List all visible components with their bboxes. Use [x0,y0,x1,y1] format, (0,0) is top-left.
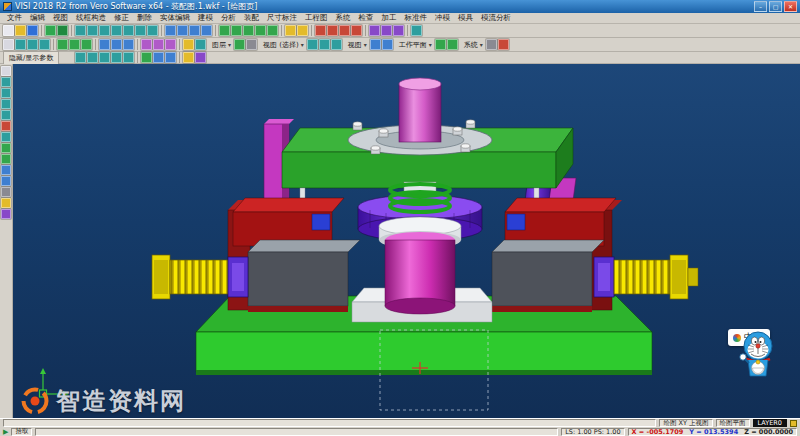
minimize-button[interactable]: – [754,1,767,12]
front-view-icon[interactable] [331,39,342,50]
spline-icon[interactable] [147,25,158,36]
view-select-group[interactable]: 视图 (选择)▾ [263,40,306,50]
pan-icon[interactable] [339,25,350,36]
iso-view-icon[interactable] [307,39,318,50]
menu-item[interactable]: 模具 [454,13,477,23]
section-view-icon[interactable] [111,39,122,50]
settings-icon[interactable] [486,39,497,50]
line-icon[interactable] [87,25,98,36]
view-back-icon[interactable] [123,52,134,63]
attribute-panel-icon[interactable] [1,110,11,120]
sweep-icon[interactable] [243,25,254,36]
extrude-icon[interactable] [219,25,230,36]
refresh-view-icon[interactable] [141,52,152,63]
menu-item[interactable]: 实体编辑 [156,13,194,23]
die-holder-right[interactable] [505,198,616,246]
menu-item[interactable]: 视图 [49,13,72,23]
color-panel-icon[interactable] [1,121,11,131]
macro-icon[interactable] [498,39,509,50]
view-right-icon[interactable] [111,52,122,63]
help-icon[interactable] [411,25,422,36]
menu-item[interactable]: 建模 [194,13,217,23]
mirror-icon[interactable] [153,39,164,50]
die-holder-left[interactable] [233,198,344,246]
quick-pick-icon[interactable] [1,77,11,87]
menu-item[interactable]: 检查 [355,13,378,23]
system-group[interactable]: 系统▾ [464,40,485,50]
menu-item[interactable]: 编辑 [26,13,49,23]
measure-icon[interactable] [285,25,296,36]
menu-item[interactable]: 尺寸标注 [263,13,301,23]
menu-item[interactable]: 文件 [3,13,26,23]
explode-view-icon[interactable] [123,39,134,50]
point-icon[interactable] [75,25,86,36]
help-panel-icon[interactable] [1,209,11,219]
menu-item[interactable]: 线框构造 [72,13,110,23]
linetype-icon[interactable] [1,132,11,142]
workplane-3p-icon[interactable] [447,39,458,50]
redo-icon[interactable] [57,25,68,36]
die-block-left[interactable] [248,240,360,312]
open-file-icon[interactable] [15,25,26,36]
layer-color-swatch[interactable] [790,420,797,427]
workplane-xy-icon[interactable] [435,39,446,50]
boolean-icon[interactable] [255,25,266,36]
wcs-icon[interactable] [57,39,68,50]
layer-off-icon[interactable] [246,39,257,50]
close-button[interactable]: ✕ [784,1,797,12]
layer-group[interactable]: 图层▾ [212,40,233,50]
select-arrow-icon[interactable] [1,66,11,76]
top-view-icon[interactable] [319,39,330,50]
wireframe-mode-icon[interactable] [381,25,392,36]
attributes-icon[interactable] [39,39,50,50]
spring-rod-right[interactable] [594,255,698,299]
background-icon[interactable] [195,52,206,63]
snap-icon[interactable] [69,39,80,50]
interference-check-icon[interactable] [183,39,194,50]
workplane-group[interactable]: 工作平面▾ [399,40,434,50]
run-icon[interactable]: ▶ [3,428,8,436]
mode-indicator[interactable]: 拾取 [11,428,32,436]
menu-item[interactable]: 分析 [217,13,240,23]
layer-panel-icon[interactable] [1,99,11,109]
menu-item[interactable]: 删除 [133,13,156,23]
assembly-tree-icon[interactable] [195,39,206,50]
pattern-icon[interactable] [165,39,176,50]
arc-icon[interactable] [99,25,110,36]
undo-icon[interactable] [45,25,56,36]
zoom-fit-icon[interactable] [315,25,326,36]
save-icon[interactable] [27,25,38,36]
circle-icon[interactable] [111,25,122,36]
shaded-mode-icon[interactable] [369,25,380,36]
punch-cylinder[interactable] [379,217,461,314]
maximize-button[interactable]: ▢ [769,1,782,12]
view-indicator[interactable]: 绘图 XY 上视图 [659,419,712,427]
transform-icon[interactable] [141,39,152,50]
next-view-icon[interactable] [165,52,176,63]
view-iso-icon[interactable] [75,52,86,63]
view-top-icon[interactable] [87,52,98,63]
snap-toggle-icon[interactable] [1,176,11,186]
punch-shank[interactable] [399,78,441,142]
dynamic-rotate-icon[interactable] [99,39,110,50]
rectangle-icon[interactable] [123,25,134,36]
view-manager-icon[interactable] [1,165,11,175]
menu-item[interactable]: 模流分析 [477,13,515,23]
menu-item[interactable]: 装配 [240,13,263,23]
graphics-viewport[interactable]: 智造资料网 中 [13,64,800,418]
die-block-right[interactable] [492,240,604,312]
group-icon[interactable] [1,143,11,153]
menu-item[interactable]: 修正 [110,13,133,23]
info-icon[interactable] [1,198,11,208]
mask-icon[interactable] [27,39,38,50]
selection-filter-icon[interactable] [15,39,26,50]
shell-icon[interactable] [267,25,278,36]
extend-icon[interactable] [177,25,188,36]
chamfer-icon[interactable] [201,25,212,36]
ucs-icon[interactable] [1,154,11,164]
select-icon[interactable] [3,39,14,50]
previous-view-icon[interactable] [153,52,164,63]
menu-item[interactable]: 系统 [332,13,355,23]
workplane-indicator[interactable]: 绘图平面 [716,419,750,427]
menu-item[interactable]: 标准件 [401,13,432,23]
